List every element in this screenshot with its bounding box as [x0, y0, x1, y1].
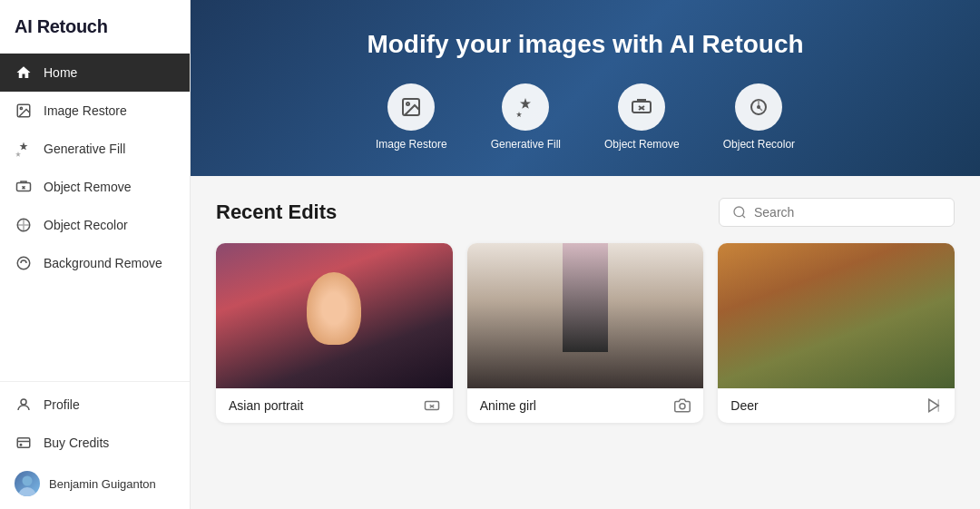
svg-point-9	[20, 445, 22, 446]
svg-point-6	[17, 257, 30, 269]
credits-icon	[15, 434, 33, 452]
hero-object-remove-icon	[618, 83, 665, 131]
sidebar-item-home[interactable]: Home	[0, 54, 190, 92]
hero-object-recolor-icon	[735, 83, 782, 131]
svg-point-10	[18, 487, 36, 496]
hero-tool-object-remove[interactable]: Object Remove	[604, 83, 680, 151]
avatar	[15, 471, 40, 496]
hero-tools: Image Restore Generative Fill Object Rem…	[376, 83, 795, 151]
image-thumbnail	[467, 243, 704, 388]
object-remove-action-icon[interactable]	[424, 397, 440, 414]
background-remove-icon	[15, 254, 33, 272]
sidebar-item-label: Background Remove	[44, 256, 162, 270]
generative-fill-action-icon[interactable]	[926, 397, 942, 414]
hero-tool-label: Image Restore	[376, 138, 447, 151]
svg-point-23	[680, 404, 685, 409]
object-recolor-icon	[15, 216, 33, 234]
svg-point-1	[20, 107, 22, 109]
card-title: Deer	[730, 398, 758, 413]
hero-tool-label: Object Recolor	[723, 138, 795, 151]
main-content: Modify your images with AI Retouch Image…	[191, 0, 980, 509]
sidebar-item-label: Generative Fill	[44, 142, 125, 156]
user-name: Benjamin Guiganton	[49, 477, 156, 491]
camera-action-icon[interactable]	[674, 397, 691, 414]
sidebar-item-label: Image Restore	[44, 103, 127, 118]
search-input[interactable]	[754, 205, 941, 220]
card-footer: Anime girl	[467, 388, 704, 423]
user-profile-item[interactable]: Benjamin Guiganton	[0, 462, 190, 505]
sidebar: AI Retouch Home Image Restore Generative…	[0, 0, 191, 509]
sidebar-nav: Home Image Restore Generative Fill Objec…	[0, 50, 190, 381]
profile-icon	[15, 396, 33, 414]
svg-point-7	[21, 399, 26, 405]
sidebar-item-label: Profile	[44, 397, 80, 412]
sidebar-item-profile[interactable]: Profile	[0, 386, 190, 424]
hero-tool-generative-fill[interactable]: Generative Fill	[491, 83, 561, 151]
svg-rect-8	[17, 438, 30, 448]
object-remove-icon	[15, 178, 33, 196]
sidebar-item-object-remove[interactable]: Object Remove	[0, 168, 190, 206]
list-item[interactable]: Anime girl	[467, 243, 704, 423]
card-footer: Asian portrait	[216, 388, 453, 423]
sidebar-item-label: Object Remove	[44, 180, 131, 194]
hero-banner: Modify your images with AI Retouch Image…	[191, 0, 980, 176]
sidebar-item-label: Buy Credits	[44, 436, 109, 450]
hero-tool-image-restore[interactable]: Image Restore	[376, 83, 447, 151]
image-grid: Asian portrait Anime girl	[216, 243, 955, 423]
card-footer: Deer	[718, 388, 955, 423]
svg-point-19	[734, 207, 744, 217]
sidebar-item-label: Home	[44, 65, 77, 80]
svg-point-18	[757, 105, 760, 109]
image-thumbnail	[216, 243, 453, 388]
sidebar-item-buy-credits[interactable]: Buy Credits	[0, 424, 190, 462]
search-box[interactable]	[719, 198, 955, 227]
image-thumbnail	[718, 243, 955, 388]
recent-header: Recent Edits	[216, 198, 955, 227]
hero-title: Modify your images with AI Retouch	[367, 27, 803, 62]
card-title: Anime girl	[480, 398, 536, 413]
sidebar-item-label: Object Recolor	[44, 218, 128, 232]
home-icon	[15, 64, 33, 82]
list-item[interactable]: Asian portrait	[216, 243, 453, 423]
card-title: Asian portrait	[229, 398, 303, 413]
generative-fill-icon	[15, 140, 33, 158]
list-item[interactable]: Deer	[718, 243, 955, 423]
app-logo: AI Retouch	[0, 0, 190, 50]
content-area: Recent Edits Asian portrait	[191, 176, 980, 509]
search-icon	[732, 205, 747, 220]
sidebar-item-background-remove[interactable]: Background Remove	[0, 244, 190, 282]
recent-edits-title: Recent Edits	[216, 201, 337, 224]
svg-point-13	[407, 103, 409, 105]
sidebar-item-image-restore[interactable]: Image Restore	[0, 92, 190, 130]
sidebar-item-generative-fill[interactable]: Generative Fill	[0, 130, 190, 168]
hero-tool-object-recolor[interactable]: Object Recolor	[723, 83, 795, 151]
svg-point-11	[23, 476, 33, 486]
sidebar-bottom: Profile Buy Credits Benjamin Guiganton	[0, 381, 190, 509]
image-restore-icon	[15, 102, 33, 120]
hero-generative-fill-icon	[502, 83, 549, 131]
hero-image-restore-icon	[387, 83, 435, 131]
hero-tool-label: Generative Fill	[491, 138, 561, 151]
hero-tool-label: Object Remove	[604, 138, 680, 151]
sidebar-item-object-recolor[interactable]: Object Recolor	[0, 206, 190, 244]
